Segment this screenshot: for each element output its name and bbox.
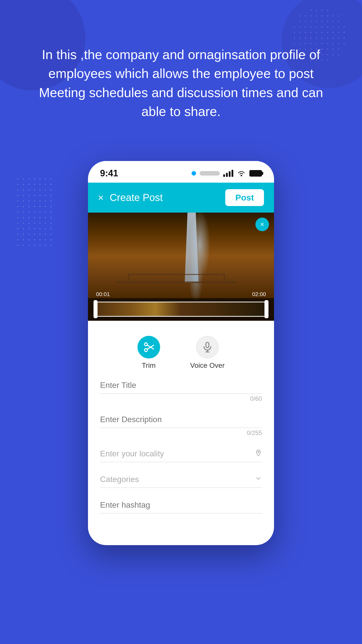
description-counter: 0/255 [100, 429, 262, 436]
intro-description: In this ,the company and ornaginsation p… [0, 45, 362, 121]
categories-row[interactable]: Categories [100, 471, 262, 488]
close-icon: × [260, 220, 264, 228]
video-player: × 00:01 02:00 [88, 213, 274, 321]
hashtag-input[interactable] [100, 497, 262, 513]
post-button[interactable]: Post [225, 189, 264, 206]
signal-bar-1 [223, 174, 225, 177]
title-field-group: 0/60 [100, 377, 262, 402]
title-counter: 0/60 [100, 395, 262, 402]
status-dot [192, 171, 196, 176]
status-pill [200, 171, 220, 176]
title-input[interactable] [100, 377, 262, 394]
header-left: × Create Post [98, 192, 163, 203]
signal-bar-3 [229, 171, 231, 177]
trim-tool[interactable]: Trim [138, 336, 160, 370]
scissors-icon [143, 341, 155, 353]
svg-rect-5 [206, 342, 209, 348]
locality-placeholder: Enter your locality [100, 449, 164, 458]
location-icon [255, 449, 262, 458]
app-header: × Create Post Post [88, 183, 274, 213]
signal-bars-icon [223, 170, 233, 177]
description-field-group: 0/255 [100, 411, 262, 436]
timeline-track [96, 302, 266, 317]
video-time-start: 00:01 [96, 291, 110, 298]
video-time-end: 02:00 [252, 291, 266, 298]
header-title: Create Post [110, 192, 163, 203]
video-close-button[interactable]: × [255, 218, 269, 231]
svg-point-8 [258, 451, 259, 453]
categories-field-group: Categories [100, 471, 262, 488]
status-icons [192, 170, 262, 177]
categories-placeholder: Categories [100, 475, 139, 484]
form-area: Trim Voice Over 0/60 [88, 321, 274, 530]
trim-circle [138, 336, 160, 358]
svg-point-0 [241, 175, 242, 176]
mic-icon [202, 341, 213, 353]
status-bar: 9:41 [88, 161, 274, 183]
close-button[interactable]: × [98, 193, 104, 203]
timeline-thumbnails [96, 302, 266, 316]
bridge [116, 281, 237, 283]
hashtag-field-group [100, 497, 262, 513]
chevron-down-icon [255, 475, 262, 484]
description-input[interactable] [100, 411, 262, 428]
bg-dots-left [15, 176, 55, 247]
trim-label: Trim [142, 361, 156, 370]
video-timeline[interactable] [88, 298, 274, 321]
voiceover-circle [196, 336, 219, 358]
wifi-icon [237, 170, 246, 177]
voiceover-tool[interactable]: Voice Over [190, 336, 225, 370]
signal-bar-4 [232, 170, 233, 177]
locality-row: Enter your locality [100, 446, 262, 462]
status-time: 9:41 [100, 168, 118, 179]
signal-bar-2 [226, 173, 228, 177]
locality-field-group: Enter your locality [100, 446, 262, 462]
battery-icon [249, 170, 262, 177]
tools-row: Trim Voice Over [100, 331, 262, 377]
timeline-handle-left[interactable] [94, 300, 98, 318]
phone-mockup: 9:41 × Create Post Post [88, 161, 274, 545]
voiceover-label: Voice Over [190, 361, 225, 370]
timeline-handle-right[interactable] [264, 300, 268, 318]
